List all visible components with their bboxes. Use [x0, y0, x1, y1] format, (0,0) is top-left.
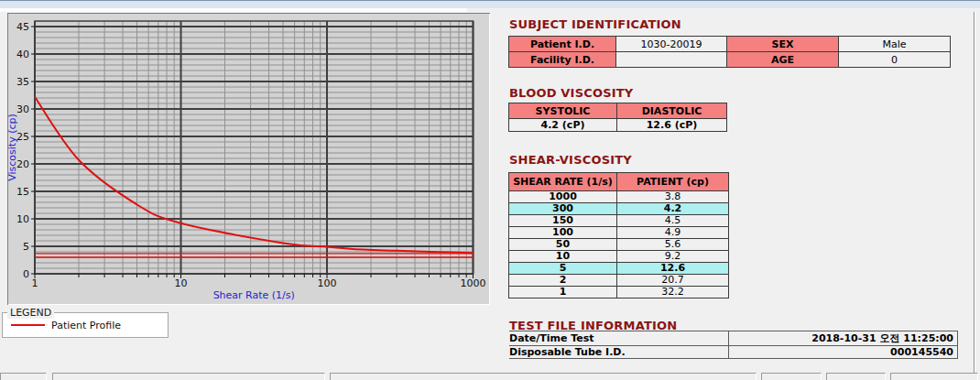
- status-panel-5: [826, 373, 886, 380]
- patient-id-label: Patient I.D.: [509, 37, 616, 52]
- patient-value-cell: 20.7: [617, 275, 729, 287]
- shear-row: 132.2: [509, 287, 729, 299]
- status-panel-6: [890, 373, 978, 380]
- status-panel-4: [761, 373, 822, 380]
- systolic-value: 4.2 (cP): [509, 119, 617, 132]
- shear-rate-cell: 50: [509, 239, 617, 251]
- blood-viscosity-table: SYSTOLIC DIASTOLIC 4.2 (cP) 12.6 (cP): [508, 103, 727, 132]
- table-header-row: SYSTOLIC DIASTOLIC: [509, 103, 727, 119]
- patient-id-value: 1030-20019: [616, 37, 727, 52]
- table-row: 4.2 (cP) 12.6 (cP): [509, 119, 727, 132]
- shear-rate-cell: 2: [509, 275, 617, 287]
- subject-identification-table: Patient I.D. 1030-20019 SEX Male Facilit…: [508, 36, 951, 68]
- status-panel-3: [330, 373, 757, 380]
- svg-text:Shear Rate (1/s): Shear Rate (1/s): [213, 289, 295, 301]
- svg-text:5: 5: [23, 241, 29, 253]
- patient-value-cell: 4.2: [617, 203, 729, 215]
- patient-cp-header: PATIENT (cp): [617, 173, 729, 191]
- shear-rate-cell: 1: [509, 287, 617, 299]
- right-panel-divider: [974, 12, 975, 373]
- status-panel-2: [52, 373, 325, 380]
- legend-title: LEGEND: [7, 307, 54, 319]
- viscosity-chart: 0510152025303540451101001000Shear Rate (…: [8, 14, 489, 304]
- shear-row: 3004.2: [509, 203, 729, 215]
- shear-row: 220.7: [509, 275, 729, 287]
- svg-text:45: 45: [16, 21, 29, 33]
- facility-id-label: Facility I.D.: [509, 52, 616, 68]
- disposable-tube-id-value: 000145540: [729, 346, 958, 359]
- toolbar-strip: [0, 8, 467, 12]
- viscosity-chart-panel: 0510152025303540451101001000Shear Rate (…: [7, 13, 490, 305]
- patient-value-cell: 32.2: [617, 287, 729, 299]
- test-file-information-table: Date/Time Test 2018-10-31 오전 11:25:00 Di…: [509, 331, 958, 359]
- shear-row: 512.6: [509, 263, 729, 275]
- shear-rate-cell: 150: [509, 215, 617, 227]
- diastolic-header: DIASTOLIC: [617, 103, 727, 119]
- svg-text:15: 15: [16, 186, 29, 198]
- shear-rate-cell: 10: [509, 251, 617, 263]
- patient-value-cell: 5.6: [617, 239, 729, 251]
- shear-row: 1504.5: [509, 215, 729, 227]
- shear-row: 1004.9: [509, 227, 729, 239]
- svg-text:1000: 1000: [461, 277, 486, 289]
- shear-rate-cell: 100: [509, 227, 617, 239]
- table-header-row: SHEAR RATE (1/s) PATIENT (cp): [509, 173, 729, 191]
- disposable-tube-id-label: Disposable Tube I.D.: [509, 346, 729, 359]
- svg-text:30: 30: [16, 103, 29, 115]
- shear-row: 505.6: [509, 239, 729, 251]
- sex-label: SEX: [727, 37, 839, 52]
- patient-value-cell: 4.9: [617, 227, 729, 239]
- patient-value-cell: 12.6: [617, 263, 729, 275]
- sex-value: Male: [839, 37, 951, 52]
- table-row: Facility I.D. AGE 0: [509, 52, 951, 68]
- window-top-bar: [0, 1, 980, 8]
- subject-identification-title: SUBJECT IDENTIFICATION: [509, 17, 681, 31]
- patient-value-cell: 4.5: [617, 215, 729, 227]
- shear-viscosity-table: SHEAR RATE (1/s) PATIENT (cp) 10003.8 30…: [508, 172, 729, 299]
- shear-rate-cell: 1000: [509, 191, 617, 203]
- svg-text:20: 20: [16, 158, 29, 170]
- facility-id-value: [616, 52, 727, 68]
- shear-rate-cell: 300: [509, 203, 617, 215]
- shear-row: 109.2: [509, 251, 729, 263]
- patient-value-cell: 9.2: [617, 251, 729, 263]
- blood-viscosity-title: BLOOD VISCOSITY: [509, 86, 633, 100]
- table-row: Patient I.D. 1030-20019 SEX Male: [509, 37, 951, 52]
- svg-text:0: 0: [23, 268, 29, 280]
- svg-text:40: 40: [16, 49, 29, 60]
- diastolic-value: 12.6 (cP): [617, 119, 727, 132]
- shear-viscosity-title: SHEAR-VISCOSITY: [509, 153, 632, 167]
- age-label: AGE: [727, 52, 839, 68]
- legend-entry-label: Patient Profile: [51, 320, 121, 331]
- svg-text:10: 10: [16, 213, 29, 225]
- systolic-header: SYSTOLIC: [509, 103, 617, 119]
- svg-text:100: 100: [318, 277, 337, 289]
- date-time-test-value: 2018-10-31 오전 11:25:00: [729, 331, 958, 346]
- date-time-test-label: Date/Time Test: [509, 331, 729, 346]
- patient-profile-line-swatch: [11, 324, 45, 326]
- table-row: Disposable Tube I.D. 000145540: [509, 346, 958, 359]
- table-row: Date/Time Test 2018-10-31 오전 11:25:00: [509, 331, 958, 346]
- age-value: 0: [839, 52, 951, 68]
- shear-row: 10003.8: [509, 191, 729, 203]
- shear-rate-header: SHEAR RATE (1/s): [509, 173, 617, 191]
- svg-text:35: 35: [16, 76, 29, 88]
- svg-text:1: 1: [32, 277, 38, 289]
- status-panel-1: [0, 373, 47, 380]
- svg-text:10: 10: [175, 277, 188, 289]
- shear-rate-cell: 5: [509, 263, 617, 275]
- legend-groupbox: LEGEND Patient Profile: [2, 312, 169, 338]
- svg-text:25: 25: [16, 131, 29, 143]
- patient-value-cell: 3.8: [617, 191, 729, 203]
- svg-text:Viscosity (cp): Viscosity (cp): [8, 114, 18, 181]
